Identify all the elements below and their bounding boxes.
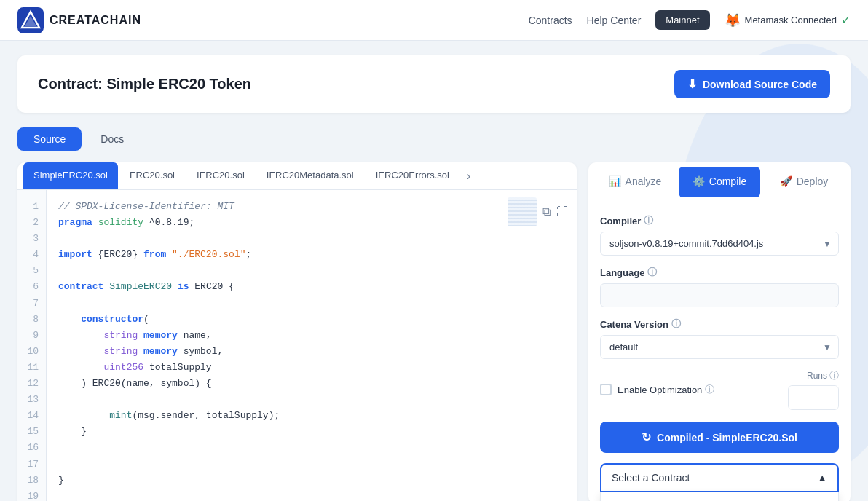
select-contract-label: Select a Contract bbox=[612, 472, 690, 484]
code-content: // SPDX-License-Identifier: MIT pragma s… bbox=[47, 190, 577, 501]
optimization-label: Enable Optimization ⓘ bbox=[618, 383, 714, 396]
navbar-left: CREATACHAIN bbox=[17, 7, 141, 33]
contract-header-card: Contract: Simple ERC20 Token ⬇ Download … bbox=[17, 55, 851, 113]
file-tab-simpleerc20[interactable]: SimpleERC20.sol bbox=[23, 162, 118, 189]
two-col-layout: SimpleERC20.sol ERC20.sol IERC20.sol IER… bbox=[17, 162, 851, 501]
runs-input-row: 200 ▲ ▼ bbox=[788, 385, 839, 410]
code-line: string memory name, bbox=[58, 328, 565, 344]
code-panel: SimpleERC20.sol ERC20.sol IERC20.sol IER… bbox=[17, 162, 577, 501]
code-line: _mint(msg.sender, totalSupply); bbox=[58, 408, 565, 424]
main-tabs: Source Docs bbox=[17, 127, 851, 151]
more-tabs-icon[interactable]: › bbox=[461, 164, 476, 189]
tab-compile[interactable]: ⚙️ Compile bbox=[679, 167, 760, 197]
compile-btn-label: Compiled - SimpleERC20.Sol bbox=[657, 432, 797, 443]
code-line bbox=[58, 440, 565, 456]
runs-label: Runs ⓘ bbox=[807, 369, 839, 382]
metamask-label: Metamask Connected bbox=[745, 15, 837, 25]
code-overlay-icons: ⧉ ⛶ bbox=[508, 197, 568, 226]
runs-input[interactable]: 200 bbox=[789, 386, 839, 409]
code-line bbox=[58, 263, 565, 279]
compiler-panel: 📊 Analyze ⚙️ Compile 🚀 Deploy bbox=[588, 162, 851, 501]
compiler-select-wrapper: soljson-v0.8.19+commit.7dd6d404.js ▼ bbox=[600, 232, 839, 256]
download-btn-label: Download Source Code bbox=[703, 79, 817, 90]
compile-button[interactable]: ↻ Compiled - SimpleERC20.Sol bbox=[600, 422, 839, 453]
code-line bbox=[58, 489, 565, 501]
code-line: } bbox=[58, 473, 565, 489]
tab-deploy[interactable]: 🚀 Deploy bbox=[763, 162, 845, 202]
copy-icon[interactable]: ⧉ bbox=[542, 205, 551, 219]
enable-optimization-checkbox[interactable] bbox=[600, 384, 612, 395]
file-tab-ierc20errors[interactable]: IERC20Errors.sol bbox=[366, 162, 459, 189]
file-tab-ierc20metadata[interactable]: IERC20Metadata.sol bbox=[256, 162, 364, 189]
analyze-icon: 📊 bbox=[609, 175, 621, 187]
language-info-icon[interactable]: ⓘ bbox=[647, 266, 657, 279]
code-line: ) ERC20(name, symbol) { bbox=[58, 376, 565, 392]
code-line bbox=[58, 296, 565, 312]
code-line bbox=[58, 392, 565, 408]
compiler-body: Compiler ⓘ soljson-v0.8.19+commit.7dd6d4… bbox=[588, 202, 851, 501]
catena-version-select[interactable]: default bbox=[600, 335, 839, 359]
tab-source[interactable]: Source bbox=[17, 127, 82, 151]
code-line bbox=[58, 457, 565, 473]
file-tab-erc20[interactable]: ERC20.sol bbox=[119, 162, 185, 189]
language-field[interactable]: Solidity bbox=[600, 283, 839, 307]
connected-check-icon: ✓ bbox=[841, 13, 851, 27]
optimization-left: Enable Optimization ⓘ bbox=[600, 383, 714, 396]
code-line: // SPDX-License-Identifier: MIT bbox=[58, 199, 565, 215]
runs-info-icon[interactable]: ⓘ bbox=[829, 369, 839, 382]
contracts-link[interactable]: Contracts bbox=[529, 15, 572, 26]
code-area: 12345 678910 1112131415 16171819 // SPDX… bbox=[17, 190, 577, 501]
compile-icon: ⚙️ bbox=[693, 175, 705, 187]
select-contract-wrapper: Select a Contract ▲ SimpleERC20 bbox=[600, 463, 839, 492]
code-line: string memory symbol, bbox=[58, 344, 565, 360]
tab-analyze[interactable]: 📊 Analyze bbox=[594, 162, 676, 202]
code-line: } bbox=[58, 424, 565, 440]
help-center-link[interactable]: Help Center bbox=[587, 15, 642, 26]
metamask-icon: 🦊 bbox=[725, 12, 741, 28]
contract-search-input[interactable] bbox=[601, 492, 838, 501]
compiler-info-icon[interactable]: ⓘ bbox=[644, 214, 653, 227]
download-source-button[interactable]: ⬇ Download Source Code bbox=[674, 70, 830, 98]
optimization-row: Enable Optimization ⓘ Runs ⓘ 2 bbox=[600, 369, 839, 410]
code-line bbox=[58, 231, 565, 247]
line-numbers: 12345 678910 1112131415 16171819 bbox=[17, 190, 47, 501]
logo-text: CREATACHAIN bbox=[50, 14, 141, 27]
metamask-badge: 🦊 Metamask Connected ✓ bbox=[725, 12, 851, 28]
file-tab-ierc20[interactable]: IERC20.sol bbox=[186, 162, 255, 189]
compiler-panel-tabs: 📊 Analyze ⚙️ Compile 🚀 Deploy bbox=[588, 162, 851, 202]
file-tabs: SimpleERC20.sol ERC20.sol IERC20.sol IER… bbox=[17, 162, 577, 190]
select-contract-dropdown: SimpleERC20 bbox=[600, 492, 839, 501]
code-line: pragma solidity ^0.8.19; bbox=[58, 215, 565, 231]
select-contract-button[interactable]: Select a Contract ▲ bbox=[600, 463, 839, 492]
code-line: uint256 totalSupply bbox=[58, 360, 565, 376]
contract-title: Contract: Simple ERC20 Token bbox=[38, 76, 251, 92]
deploy-icon: 🚀 bbox=[780, 175, 792, 187]
runs-section: Runs ⓘ 200 ▲ ▼ bbox=[788, 369, 839, 410]
select-contract-chevron-icon: ▲ bbox=[817, 472, 827, 484]
compiler-select[interactable]: soljson-v0.8.19+commit.7dd6d404.js bbox=[600, 232, 839, 256]
expand-icon[interactable]: ⛶ bbox=[556, 205, 568, 219]
catena-select-wrapper: default ▼ bbox=[600, 335, 839, 359]
download-icon: ⬇ bbox=[687, 77, 697, 91]
catena-version-info-icon[interactable]: ⓘ bbox=[671, 317, 681, 331]
code-line: contract SimpleERC20 is ERC20 { bbox=[58, 279, 565, 295]
language-label: Language ⓘ bbox=[600, 266, 839, 279]
navbar: CREATACHAIN Contracts Help Center Mainne… bbox=[0, 0, 868, 41]
catena-version-label: Catena Version ⓘ bbox=[600, 317, 839, 331]
logo-icon bbox=[17, 7, 44, 33]
compile-spinner-icon: ↻ bbox=[642, 430, 651, 444]
compiler-label: Compiler ⓘ bbox=[600, 214, 839, 227]
code-line: constructor( bbox=[58, 312, 565, 328]
optimization-info-icon[interactable]: ⓘ bbox=[705, 383, 714, 396]
code-line: import {ERC20} from "./ERC20.sol"; bbox=[58, 247, 565, 263]
navbar-right: Contracts Help Center Mainnet 🦊 Metamask… bbox=[529, 10, 851, 30]
mainnet-button[interactable]: Mainnet bbox=[655, 10, 709, 30]
code-preview-thumb bbox=[508, 197, 537, 226]
tab-docs[interactable]: Docs bbox=[84, 127, 140, 151]
